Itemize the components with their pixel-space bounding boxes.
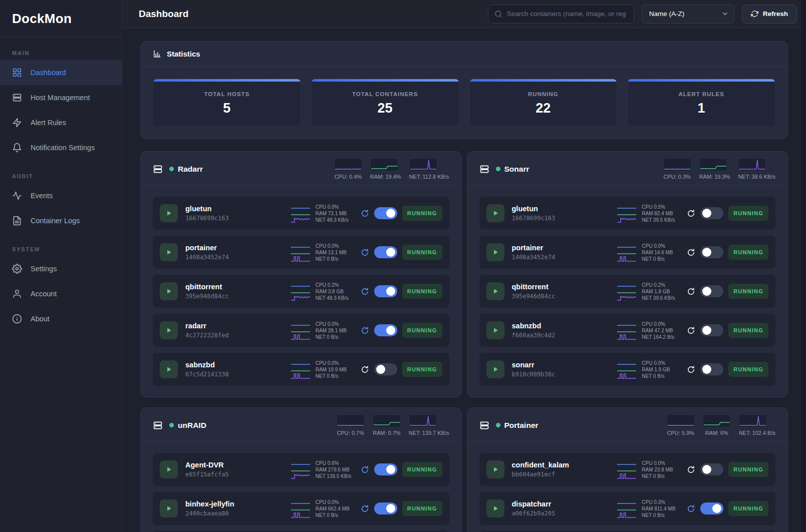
refresh-label: Refresh: [763, 10, 788, 18]
refresh-button[interactable]: Refresh: [742, 5, 797, 24]
container-cpu: CPU 0.0%: [316, 243, 356, 249]
scrollbar[interactable]: [801, 0, 806, 532]
auto-restart-toggle[interactable]: [700, 285, 723, 297]
sidebar-item-host-management[interactable]: Host Management: [0, 85, 122, 110]
sidebar-item-container-logs[interactable]: Container Logs: [0, 208, 122, 233]
host-card-unraid: unRAID CPU: 0.7% RAM: 0.7% NET: 139.7 KB…: [140, 407, 462, 532]
status-badge: RUNNING: [402, 284, 442, 299]
sidebar-item-settings[interactable]: Settings: [0, 256, 122, 281]
host-ram-mini: RAM: 6%: [703, 414, 731, 436]
restart-icon[interactable]: [687, 248, 695, 257]
start-container-button[interactable]: [160, 360, 178, 378]
auto-restart-toggle[interactable]: [374, 246, 397, 258]
container-info: radarr 4c2722328fed: [185, 322, 229, 339]
play-icon: [165, 466, 172, 473]
play-icon: [492, 210, 499, 217]
container-stats: CPU 0.0% RAM 28.1 MB NET 0 B/s: [316, 321, 356, 340]
container-cpu: CPU 0.6%: [316, 460, 356, 466]
auto-restart-toggle[interactable]: [374, 324, 397, 336]
container-controls: CPU 0.0% RAM 28.1 MB NET 0 B/s RUNNING: [291, 321, 442, 340]
toggle-knob: [386, 209, 395, 218]
start-container-button[interactable]: [486, 204, 504, 222]
container-net: NET 0 B/s: [642, 512, 682, 518]
container-sparklines: [291, 499, 311, 518]
container-id: f660aa39c4d2: [512, 332, 556, 339]
host-minicharts: CPU: 0.7% RAM: 0.7% NET: 139.7 KB/s: [337, 414, 449, 436]
host-cpu-chart: [663, 158, 691, 171]
sidebar-item-notification-settings[interactable]: Notification Settings: [0, 135, 122, 160]
auto-restart-toggle[interactable]: [700, 207, 723, 219]
sort-select[interactable]: Name (A-Z): [642, 5, 734, 24]
container-net: NET 39.5 KB/s: [642, 217, 682, 223]
restart-icon[interactable]: [361, 365, 369, 374]
auto-restart-toggle[interactable]: [700, 463, 723, 475]
container-ram: RAM 28.1 MB: [316, 327, 356, 334]
container-info: sabnzbd 67c5d2141338: [185, 361, 229, 378]
host-cpu-label: CPU: 0.3%: [663, 174, 691, 180]
sidebar-item-alert-rules[interactable]: Alert Rules: [0, 110, 122, 135]
auto-restart-toggle[interactable]: [700, 363, 723, 375]
start-container-button[interactable]: [486, 282, 504, 300]
toggle-knob: [386, 465, 395, 474]
auto-restart-toggle[interactable]: [374, 285, 397, 297]
start-container-button[interactable]: [486, 321, 504, 339]
restart-icon[interactable]: [361, 248, 369, 257]
start-container-button[interactable]: [160, 204, 178, 222]
auto-restart-toggle[interactable]: [374, 463, 397, 475]
gear-icon: [12, 264, 22, 274]
sidebar-item-label: About: [31, 315, 50, 323]
host-card-portainer: Portainer CPU: 5.9% RAM: 6% NET: 102.4 B…: [467, 407, 788, 532]
server-icon: [12, 93, 22, 103]
restart-icon[interactable]: [361, 465, 369, 474]
auto-restart-toggle[interactable]: [700, 246, 723, 258]
restart-icon[interactable]: [361, 504, 369, 513]
restart-icon[interactable]: [687, 465, 695, 474]
auto-restart-toggle[interactable]: [700, 324, 723, 336]
host-minicharts: CPU: 5.9% RAM: 6% NET: 102.4 B/s: [667, 414, 775, 436]
start-container-button[interactable]: [160, 282, 178, 300]
container-cpu: CPU 0.0%: [642, 243, 682, 249]
restart-icon[interactable]: [361, 287, 369, 296]
container-info: dispatcharr a06f62b9a205: [512, 500, 556, 517]
restart-icon[interactable]: [687, 504, 695, 513]
toggle-knob: [702, 326, 711, 335]
start-container-button[interactable]: [160, 499, 178, 517]
sidebar-section-label: MAIN: [0, 37, 122, 60]
container-id: e65f15afcfa5: [185, 471, 229, 478]
play-icon: [165, 366, 172, 373]
auto-restart-toggle[interactable]: [374, 363, 397, 375]
info-icon: [12, 314, 22, 324]
restart-icon[interactable]: [361, 326, 369, 335]
auto-restart-toggle[interactable]: [374, 207, 397, 219]
start-container-button[interactable]: [160, 243, 178, 261]
start-container-button[interactable]: [486, 460, 504, 478]
status-badge: RUNNING: [728, 323, 768, 338]
host-container-list: confident_kalam bb604ae91ecf CPU 0.0% RA…: [467, 442, 788, 532]
auto-restart-toggle[interactable]: [700, 502, 723, 514]
auto-restart-toggle[interactable]: [374, 502, 397, 514]
container-name: dispatcharr: [512, 500, 556, 508]
sidebar-item-dashboard[interactable]: Dashboard: [0, 60, 122, 85]
start-container-button[interactable]: [486, 360, 504, 378]
container-id: 1408a3452e74: [185, 254, 229, 261]
container-stats: CPU 0.2% RAM 1.8 GB NET 39.6 KB/s: [642, 282, 682, 301]
restart-icon[interactable]: [687, 209, 695, 218]
restart-icon[interactable]: [687, 365, 695, 374]
search-box[interactable]: [488, 5, 634, 24]
restart-icon[interactable]: [687, 287, 695, 296]
sidebar-item-events[interactable]: Events: [0, 183, 122, 208]
restart-icon[interactable]: [361, 209, 369, 218]
restart-icon[interactable]: [687, 326, 695, 335]
start-container-button[interactable]: [160, 460, 178, 478]
search-input[interactable]: [507, 10, 628, 18]
start-container-button[interactable]: [486, 243, 504, 261]
sidebar-item-about[interactable]: About: [0, 306, 122, 331]
start-container-button[interactable]: [486, 499, 504, 517]
start-container-button[interactable]: [160, 321, 178, 339]
host-container-list: Agent-DVR e65f15afcfa5 CPU 0.6% RAM 279.…: [141, 442, 461, 532]
sidebar-item-account[interactable]: Account: [0, 281, 122, 306]
host-net-label: NET: 139.7 KB/s: [409, 430, 449, 436]
container-name: portainer: [185, 244, 229, 252]
dashboard-icon: [12, 68, 22, 78]
container-info: Agent-DVR e65f15afcfa5: [185, 461, 229, 478]
